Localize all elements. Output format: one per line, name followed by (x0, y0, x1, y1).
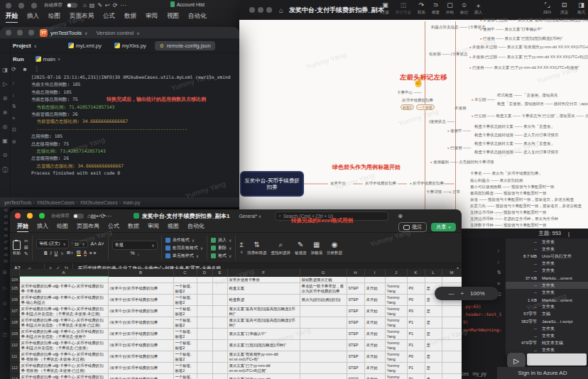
mindmap-canvas[interactable] (239, 20, 588, 229)
ribbon-tab[interactable]: 自动化 (187, 222, 205, 232)
zoom-window-icon[interactable] (39, 213, 45, 219)
cell[interactable]: 一个标签,标签2 (173, 329, 197, 340)
zoom-in-button[interactable]: + (460, 290, 464, 297)
cell[interactable]: 展示为[折扣比例](折扣) (300, 295, 347, 306)
cell[interactable] (442, 317, 462, 329)
cell[interactable] (425, 277, 442, 283)
column-header[interactable]: D (197, 269, 212, 277)
xmind-tool-button[interactable]: ▢外框 (446, 1, 454, 15)
cell[interactable]: 核销数据展示正确 (300, 277, 347, 283)
number-icon[interactable]: , (138, 251, 139, 256)
column-header[interactable]: K (407, 269, 425, 277)
xmind-tool-button[interactable]: ⊃概要 (432, 1, 440, 15)
file-row[interactable]: 8.7 MB Unix可执行文件 (506, 253, 588, 260)
cell[interactable]: 展示文案“最高可抵扣[最高抵扣额度](币种)” (227, 317, 300, 329)
cell[interactable]: 买币手续费折扣券-c端-卡券中心-买币手续费折扣券-有效期-（卡券状态-已使用） (19, 374, 108, 379)
ribbon-button[interactable]: ✎敏感度 (295, 241, 307, 256)
cell[interactable]: 是 (425, 317, 442, 329)
gutter-icon[interactable]: ↓ (12, 92, 16, 97)
ribbon-tab[interactable]: 绘图 (57, 222, 68, 232)
italic-button[interactable]: I (50, 251, 52, 256)
format-button[interactable]: 套用表格格式∨ (165, 245, 203, 251)
xmind-tool-button[interactable]: ◨格式 (577, 1, 585, 15)
cell[interactable] (212, 283, 227, 295)
underline-button[interactable]: U (55, 251, 58, 256)
cell[interactable] (407, 277, 425, 283)
comments-button[interactable]: 批注 (398, 222, 427, 232)
ribbon-tab[interactable]: 视图 (168, 222, 179, 232)
file-row[interactable]: 479字节 纯文本文稿 (506, 340, 588, 347)
cell[interactable]: 买币手续费折扣券-c端-卡券中心-买币手续费折扣券-核心利益点 (19, 295, 108, 306)
column-header[interactable]: M (442, 269, 462, 277)
xmind-tool-button[interactable]: ◫拆分主题 (396, 1, 411, 15)
cell[interactable]: 发奖并使用卡券后 (227, 277, 300, 283)
cell[interactable]: P1 (407, 317, 425, 329)
console-tool-icon[interactable]: ⋮ (34, 66, 40, 72)
cell[interactable] (442, 340, 462, 351)
borders-button[interactable]: ⊞∨ (67, 250, 74, 256)
tool-window-icon[interactable]: ◎ (3, 123, 8, 130)
table-row[interactable]: 112 买币手续费折扣券-c端-卡券中心-买币手续费折扣券-有效期-（卡券状态-… (10, 363, 462, 374)
cell[interactable] (197, 329, 212, 340)
cell[interactable]: /发奖中台/买币手续费折扣券 (108, 374, 173, 379)
cell[interactable]: 展示文案“已抵扣[抵扣额度](币种)” (227, 340, 300, 351)
cell[interactable]: 买币手续费折扣券-c端-卡券中心-买币手续费折扣券-卡券名称 (19, 283, 108, 295)
column-header[interactable]: I (364, 269, 385, 277)
cell[interactable]: 展示文案“订单确认中” (227, 329, 300, 340)
font-size-select[interactable]: 11∨ (72, 240, 88, 248)
breadcrumb-item[interactable]: XM2kubeeCases (80, 200, 121, 205)
cell[interactable]: Yummy Yang (385, 340, 407, 351)
table-row[interactable]: 105 买币手续费折扣券-c端-卡券中心-买币手续费折扣券-卡券名称 /发奖中台… (10, 283, 462, 295)
column-header[interactable]: C (173, 269, 197, 277)
cell[interactable]: 是 (425, 329, 442, 340)
close-icon[interactable] (249, 7, 255, 13)
file-row[interactable]: 1 KB Markdo…ument (506, 297, 588, 304)
cell[interactable]: 一个标签,标签2 (173, 374, 197, 379)
cell[interactable] (197, 277, 212, 283)
cell[interactable]: 一个标签,标签2 (173, 306, 197, 317)
cell[interactable]: STEP (347, 329, 364, 340)
cell[interactable] (173, 277, 197, 283)
font-name-select[interactable]: 等线 (正文)∨ (36, 239, 69, 248)
cell[interactable]: P1 (407, 374, 425, 379)
cell[interactable]: P1 (407, 340, 425, 351)
spreadsheet-grid[interactable]: A B C D E F G H I J K L M (10, 269, 462, 379)
cell[interactable] (197, 340, 212, 351)
toolbar-icon[interactable]: ✎ (97, 2, 102, 9)
cell[interactable] (300, 363, 347, 374)
play-button[interactable]: ▷ (507, 353, 526, 368)
cell[interactable] (212, 329, 227, 340)
cell[interactable]: 未开始 (364, 283, 385, 295)
ribbon-button[interactable]: ▦加载项 (311, 241, 323, 256)
cell[interactable]: /发奖中台/买币手续费折扣券 (108, 317, 173, 329)
xmind-tool-button[interactable]: ☺标记 (460, 1, 468, 15)
minimize-icon[interactable] (27, 213, 33, 219)
share-button[interactable]: 共享∨ (431, 223, 456, 231)
cell[interactable]: Yummy Yang (385, 374, 407, 379)
ribbon-tab[interactable]: 页面布局 (70, 12, 94, 23)
clipboard-icon[interactable]: ⊞ (24, 245, 28, 251)
file-row[interactable]: -- 文件夹 (506, 282, 588, 289)
cell[interactable] (212, 374, 227, 379)
cell[interactable]: 未开始 (364, 351, 385, 363)
fill-color-button[interactable]: ▨ (77, 249, 81, 256)
clipboard-icon[interactable]: ✎ (24, 251, 28, 257)
column-header[interactable]: A (19, 269, 108, 277)
cells-button[interactable]: 格式∨ (211, 253, 232, 259)
ribbon-tab[interactable]: 公式 (108, 222, 119, 232)
toolbar-icon[interactable]: ⌂ (83, 2, 87, 9)
cell[interactable]: P0 (407, 306, 425, 317)
zoom-out-button[interactable]: — (448, 290, 454, 297)
gutter-icon[interactable]: ≡ (12, 116, 16, 121)
table-row[interactable]: 108 买币手续费折扣券-c端-卡券中心-买币手续费折扣券-利益点补充信息-（卡… (10, 317, 462, 329)
ribbon-button[interactable]: ⌕查找和选择 (271, 241, 291, 256)
share-link-icon[interactable]: ⊕ (398, 213, 403, 219)
toolbar-icon[interactable]: ↩ (105, 2, 110, 9)
cell[interactable]: 买币手续费折扣券-c端-卡券中心-买币手续费折扣券-有效期-（卡券状态-未使用-… (19, 363, 108, 374)
ribbon-tab[interactable]: 视图 (167, 12, 179, 23)
table-row[interactable]: 113 买币手续费折扣券-c端-卡券中心-买币手续费折扣券-有效期-（卡券状态-… (10, 374, 462, 379)
ribbon-tab[interactable]: 绘图 (48, 12, 60, 23)
cell[interactable]: 一个标签,标签2 (173, 351, 197, 363)
format-button[interactable]: 单元格样式∨ (165, 253, 203, 259)
ribbon-tab[interactable]: 开始 (6, 12, 18, 23)
